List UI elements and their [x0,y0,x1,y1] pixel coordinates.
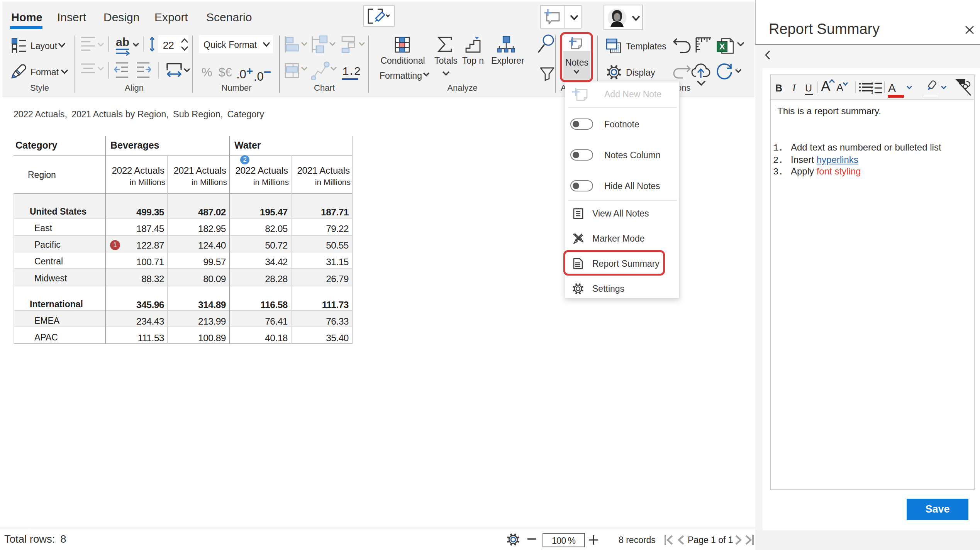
svg-text:2: 2 [871,86,873,90]
svg-text:1: 1 [871,81,873,85]
svg-text:3: 3 [871,90,873,94]
svg-text:X: X [719,42,725,51]
